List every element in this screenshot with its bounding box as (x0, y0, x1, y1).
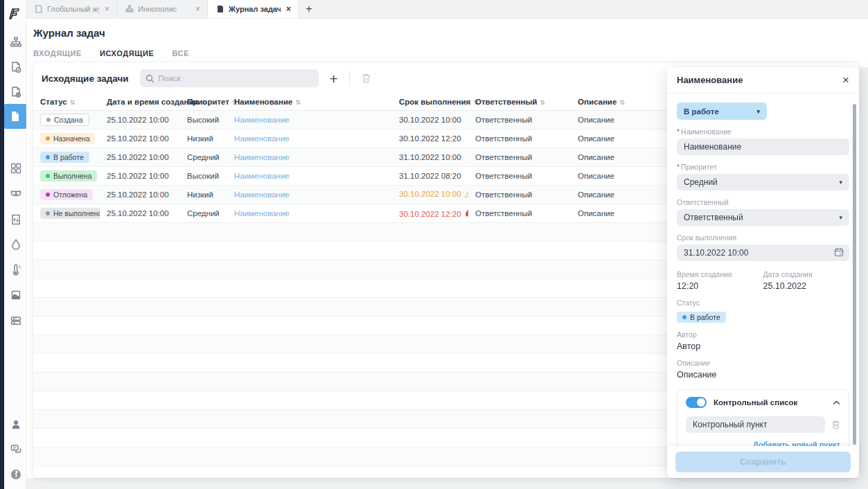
task-name-link[interactable]: Наименование (234, 134, 290, 143)
info-icon[interactable] (6, 464, 26, 485)
checklist-item (686, 416, 840, 433)
task-journal-icon[interactable] (4, 104, 26, 129)
status-select[interactable]: В работе ▾ (677, 103, 767, 120)
panel-scrollbar[interactable] (853, 104, 856, 445)
priority-cell: Низкий (180, 130, 227, 148)
author-value: Автор (677, 341, 849, 351)
close-icon[interactable]: × (103, 4, 111, 14)
elevator-icon[interactable] (6, 209, 26, 230)
delete-task-button[interactable] (361, 73, 371, 84)
column-header[interactable]: Дата и время создания⇅ (100, 94, 180, 111)
field-label-priority: *Приоритет (677, 163, 849, 171)
field-label-created-time: Время создания (677, 270, 763, 278)
status-dot (46, 118, 51, 122)
add-task-button[interactable]: + (330, 71, 338, 86)
water-drop-icon[interactable] (6, 234, 26, 255)
close-icon[interactable]: × (194, 4, 202, 14)
chevron-down-icon: ▾ (839, 214, 842, 221)
task-name-link[interactable]: Наименование (234, 153, 290, 161)
org-structure-icon[interactable] (6, 32, 26, 53)
status-badge: Выполнена (40, 170, 97, 181)
column-header[interactable]: Статус⇅ (33, 94, 100, 111)
document-icon[interactable] (6, 285, 26, 305)
add-checklist-item-link[interactable]: Добавить новый пункт (686, 441, 840, 446)
due-date-field[interactable] (677, 244, 849, 261)
page-background (860, 67, 868, 489)
app-logo[interactable] (5, 6, 24, 22)
priority-cell: Высокий (180, 111, 227, 130)
window-tab-innopolis[interactable]: Иннополис × (117, 0, 208, 18)
task-name-link[interactable]: Наименование (234, 116, 290, 124)
priority-cell: Высокий (180, 167, 227, 186)
field-label-due: Срок выполнения (677, 233, 849, 242)
field-label-status: Статус (677, 299, 849, 307)
journal-icon (216, 5, 224, 13)
checklist-toggle[interactable] (686, 397, 707, 408)
tab-label: Иннополис (138, 5, 190, 13)
close-icon[interactable]: × (285, 4, 292, 14)
created-cell: 25.10.2022 10:00 (100, 204, 180, 223)
priority-cell: Средний (180, 204, 227, 223)
search-input[interactable] (159, 74, 313, 82)
calculator-icon[interactable] (6, 158, 26, 179)
due-cell: 30.10.2022 10:00⚠ (392, 186, 468, 204)
status-dot (46, 193, 50, 197)
description-value: Описание (677, 370, 849, 380)
status-dot (46, 155, 50, 159)
search-box[interactable] (140, 69, 319, 87)
created-cell: 25.10.2022 10:00 (100, 167, 180, 186)
due-cell: 30.10.2022 12:20 (392, 130, 468, 148)
due-cell: 31.10.2022 10:00 (392, 148, 468, 167)
save-button[interactable]: Сохранить (675, 452, 851, 472)
status-badge: Не выполнена (40, 208, 100, 219)
new-tab-button[interactable]: + (299, 0, 319, 18)
column-header[interactable]: Срок выполнения⇅ (392, 94, 468, 111)
name-field[interactable] (677, 139, 849, 155)
close-icon[interactable]: × (842, 74, 849, 86)
created-cell: 25.10.2022 10:00 (100, 186, 180, 204)
document-check-icon[interactable] (6, 57, 26, 78)
task-name-link[interactable]: Наименование (234, 190, 290, 199)
task-name-link[interactable]: Наименование (234, 209, 290, 217)
flame-icon (465, 209, 468, 217)
chevron-up-icon[interactable] (833, 400, 840, 405)
panel-title: Наименование (677, 75, 743, 85)
column-header[interactable]: Приоритет⇅ (180, 94, 227, 111)
panel-footer: Сохранить (667, 446, 859, 478)
field-label-created-date: Дата создания (763, 270, 850, 278)
sort-icon[interactable]: ⇅ (70, 99, 76, 106)
created-date-value: 25.10.2022 (763, 281, 850, 291)
main-content: Журнал задач ВХОДЯЩИЕ ИСХОДЯЩИЕ ВСЕ Исхо… (26, 19, 868, 489)
sort-icon[interactable]: ⇅ (619, 99, 625, 106)
sort-icon[interactable]: ⇅ (540, 99, 545, 106)
window-tab-task-journal[interactable]: Журнал задач × (208, 0, 299, 18)
page-title: Журнал задач (33, 27, 105, 39)
status-badge: В работе (677, 312, 726, 323)
checklist-title: Контрольный список (714, 398, 826, 407)
thermometer-icon[interactable] (6, 260, 26, 281)
trash-icon (831, 420, 840, 429)
org-icon (125, 5, 134, 13)
sort-icon[interactable]: ⇅ (295, 99, 301, 106)
field-label-responsible: Ответственный (677, 198, 849, 206)
calendar-icon[interactable] (834, 247, 844, 260)
user-icon[interactable] (6, 414, 26, 435)
trash-icon (361, 73, 371, 84)
window-tab-global-journal[interactable]: Глобальный журнал × (26, 0, 117, 18)
status-badge: Назначена (40, 133, 95, 144)
document-gear-icon[interactable] (6, 82, 26, 103)
required-asterisk: * (677, 127, 680, 136)
priority-select[interactable]: Средний ▾ (677, 174, 849, 190)
chat-icon[interactable] (6, 439, 26, 460)
server-icon[interactable] (6, 310, 26, 331)
responsible-select[interactable]: Ответственный ▾ (677, 209, 849, 226)
checklist-item-input[interactable] (686, 416, 825, 433)
delete-checklist-item-button[interactable] (831, 420, 840, 429)
cctv-camera-icon[interactable] (6, 184, 26, 204)
task-name-link[interactable]: Наименование (234, 172, 290, 180)
due-date-input[interactable] (677, 244, 849, 261)
column-header[interactable]: Ответственный⇅ (468, 94, 571, 111)
panel-body: В работе ▾ *Наименование *Приоритет Сред… (667, 94, 859, 446)
column-header[interactable]: Наименование⇅ (227, 94, 392, 111)
created-cell: 25.10.2022 10:00 (100, 130, 180, 148)
